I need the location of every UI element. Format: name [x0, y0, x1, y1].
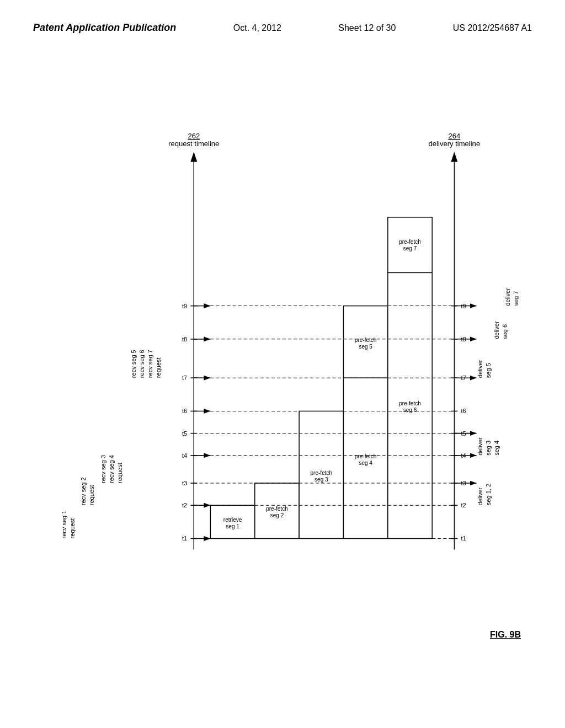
svg-text:seg 1, 2: seg 1, 2	[485, 484, 492, 505]
patent-number: US 2012/254687 A1	[453, 23, 532, 33]
svg-text:recv seg 6: recv seg 6	[138, 350, 145, 378]
svg-marker-6	[451, 152, 457, 162]
svg-text:pre-fetch: pre-fetch	[399, 239, 421, 245]
svg-text:request: request	[69, 518, 76, 539]
diagram-area: request timeline 262 delivery timeline 2…	[33, 94, 532, 618]
svg-text:deliver: deliver	[493, 321, 500, 339]
svg-text:pre-fetch: pre-fetch	[355, 453, 377, 459]
svg-text:deliver: deliver	[477, 360, 483, 378]
svg-text:recv seg 2: recv seg 2	[80, 477, 87, 505]
delivery-timeline-264: 264	[448, 132, 460, 140]
svg-text:seg 5: seg 5	[359, 344, 372, 350]
svg-text:seg 2: seg 2	[270, 512, 284, 518]
publication-title: Patent Application Publication	[33, 22, 176, 34]
svg-text:recv seg 7: recv seg 7	[147, 350, 153, 378]
sheet-number: Sheet 12 of 30	[338, 23, 396, 33]
svg-text:pre-fetch: pre-fetch	[266, 506, 288, 512]
svg-text:t5: t5	[182, 430, 187, 437]
svg-text:t8: t8	[182, 336, 187, 342]
svg-text:seg 7: seg 7	[513, 291, 519, 306]
svg-text:recv seg 3: recv seg 3	[100, 455, 106, 483]
svg-text:seg 3: seg 3	[485, 441, 492, 456]
svg-text:seg 1: seg 1	[226, 523, 239, 529]
svg-text:seg 3: seg 3	[315, 477, 328, 483]
svg-text:seg 4: seg 4	[493, 441, 500, 456]
svg-text:t6: t6	[182, 408, 187, 414]
svg-text:seg 5: seg 5	[485, 363, 492, 378]
svg-text:t7: t7	[182, 374, 187, 381]
publication-date: Oct. 4, 2012	[233, 23, 281, 33]
svg-text:seg 7: seg 7	[403, 245, 417, 251]
svg-text:t9: t9	[182, 303, 187, 309]
request-timeline-262: 262	[188, 132, 200, 140]
figure-label: FIG. 9B	[490, 630, 521, 640]
diagram-svg: request timeline 262 delivery timeline 2…	[33, 94, 532, 618]
svg-text:recv seg 5: recv seg 5	[130, 350, 137, 378]
svg-marker-4	[190, 152, 197, 162]
svg-text:t4: t4	[182, 452, 187, 459]
request-timeline-label: request timeline	[168, 140, 219, 148]
svg-text:pre-fetch: pre-fetch	[399, 400, 421, 406]
svg-text:t6: t6	[461, 408, 466, 414]
svg-text:recv seg 4: recv seg 4	[108, 455, 115, 483]
svg-text:t1: t1	[182, 535, 187, 542]
svg-text:t3: t3	[182, 480, 187, 486]
svg-text:request: request	[116, 463, 123, 483]
svg-text:deliver: deliver	[477, 487, 483, 505]
svg-text:pre-fetch: pre-fetch	[311, 470, 333, 476]
svg-text:seg 4: seg 4	[359, 460, 372, 466]
svg-text:request: request	[88, 485, 95, 505]
svg-text:t1: t1	[461, 535, 466, 542]
svg-text:retrieve: retrieve	[223, 517, 242, 523]
page-header: Patent Application Publication Oct. 4, 2…	[0, 22, 565, 34]
svg-text:seg 6: seg 6	[502, 324, 508, 339]
svg-text:deliver: deliver	[477, 437, 483, 456]
svg-text:seg 6: seg 6	[403, 407, 417, 413]
svg-text:request: request	[155, 357, 162, 378]
svg-text:deliver: deliver	[504, 288, 511, 306]
svg-text:t2: t2	[461, 502, 466, 508]
svg-text:t2: t2	[182, 502, 187, 508]
svg-text:recv seg 1: recv seg 1	[61, 511, 67, 539]
delivery-timeline-label: delivery timeline	[429, 140, 481, 148]
svg-text:pre-fetch: pre-fetch	[355, 337, 377, 343]
